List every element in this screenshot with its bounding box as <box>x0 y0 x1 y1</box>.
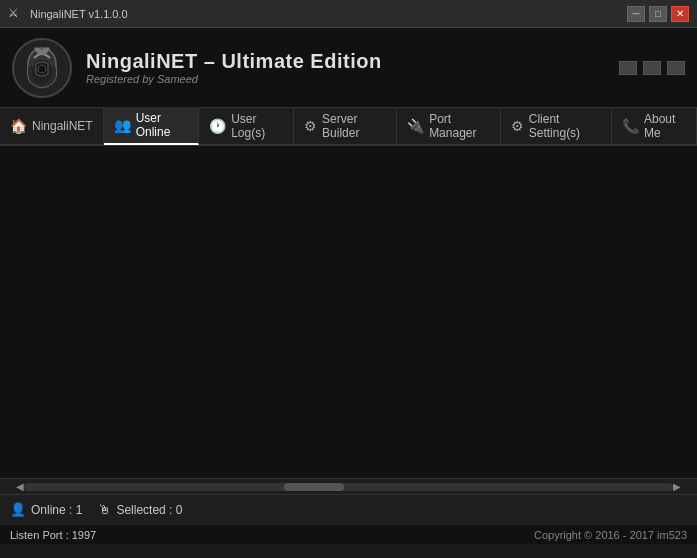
nav-label-ningalinet: NingaliNET <box>32 119 93 133</box>
nav-item-port-manager[interactable]: 🔌Port Manager <box>397 107 501 145</box>
title-bar: ⚔ NingaliNET v1.1.0.0 ─ □ ✕ <box>0 0 697 28</box>
footer: Listen Port : 1997 Copyright © 2016 - 20… <box>0 524 697 544</box>
horizontal-scrollbar[interactable]: ◀ ▶ <box>0 478 697 494</box>
navigation-bar: 🏠NingaliNET👥User Online🕐User Log(s)⚙Serv… <box>0 108 697 146</box>
nav-icon-user-logs: 🕐 <box>209 118 226 134</box>
nav-icon-server-builder: ⚙ <box>304 118 317 134</box>
nav-label-server-builder: Server Builder <box>322 112 386 140</box>
scrollbar-thumb[interactable] <box>284 483 344 491</box>
title-text: NingaliNET v1.1.0.0 <box>30 8 128 20</box>
online-count: Online : 1 <box>31 503 82 517</box>
online-icon: 👤 <box>10 502 26 517</box>
nav-icon-ningalinet: 🏠 <box>10 118 27 134</box>
minimize-button[interactable]: ─ <box>627 6 645 22</box>
selected-count: Sellected : 0 <box>116 503 182 517</box>
header-corner-buttons <box>619 61 685 75</box>
app-logo <box>12 38 72 98</box>
title-buttons: ─ □ ✕ <box>627 6 689 22</box>
nav-label-about-me: About Me <box>644 112 686 140</box>
nav-label-port-manager: Port Manager <box>429 112 490 140</box>
close-button[interactable]: ✕ <box>671 6 689 22</box>
app-icon: ⚔ <box>8 6 24 22</box>
app-name: NingaliNET – Ultimate Edition <box>86 50 382 73</box>
nav-icon-port-manager: 🔌 <box>407 118 424 134</box>
corner-btn-3[interactable] <box>667 61 685 75</box>
selected-status: 🖱 Sellected : 0 <box>98 502 182 517</box>
nav-item-user-logs[interactable]: 🕐User Log(s) <box>199 107 294 145</box>
selected-icon: 🖱 <box>98 502 111 517</box>
maximize-button[interactable]: □ <box>649 6 667 22</box>
scrollbar-track[interactable] <box>24 483 673 491</box>
nav-icon-client-settings: ⚙ <box>511 118 524 134</box>
nav-item-user-online[interactable]: 👥User Online <box>104 107 199 145</box>
table-container <box>0 146 697 478</box>
header-text: NingaliNET – Ultimate Edition Registered… <box>86 50 382 85</box>
title-bar-left: ⚔ NingaliNET v1.1.0.0 <box>8 6 128 22</box>
nav-icon-user-online: 👥 <box>114 117 131 133</box>
corner-btn-1[interactable] <box>619 61 637 75</box>
nav-item-about-me[interactable]: 📞About Me <box>612 107 697 145</box>
nav-icon-about-me: 📞 <box>622 118 639 134</box>
nav-label-user-online: User Online <box>136 111 188 139</box>
nav-item-server-builder[interactable]: ⚙Server Builder <box>294 107 397 145</box>
nav-item-ningalinet[interactable]: 🏠NingaliNET <box>0 107 104 145</box>
nav-label-client-settings: Client Setting(s) <box>529 112 601 140</box>
scroll-right-arrow[interactable]: ▶ <box>673 481 681 492</box>
copyright: Copyright © 2016 - 2017 im523 <box>534 529 687 541</box>
online-status: 👤 Online : 1 <box>10 502 82 517</box>
main-content <box>0 146 697 478</box>
logo-svg <box>20 46 64 90</box>
listen-port: Listen Port : 1997 <box>10 529 96 541</box>
svg-point-2 <box>38 65 46 73</box>
corner-btn-2[interactable] <box>643 61 661 75</box>
app-subtitle: Registered by Sameed <box>86 73 382 85</box>
scroll-left-arrow[interactable]: ◀ <box>16 481 24 492</box>
status-bar: 👤 Online : 1 🖱 Sellected : 0 <box>0 494 697 524</box>
nav-label-user-logs: User Log(s) <box>231 112 283 140</box>
nav-item-client-settings[interactable]: ⚙Client Setting(s) <box>501 107 612 145</box>
app-header: NingaliNET – Ultimate Edition Registered… <box>0 28 697 108</box>
